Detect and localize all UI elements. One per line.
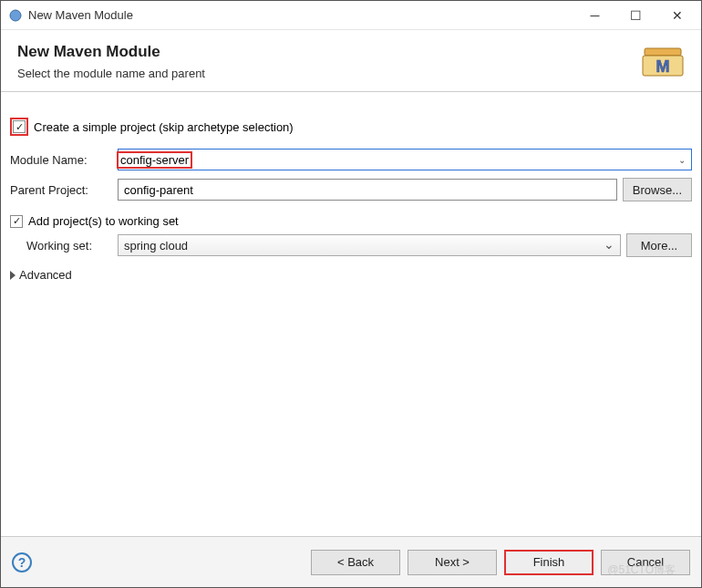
cancel-button[interactable]: Cancel xyxy=(601,550,690,575)
svg-rect-1 xyxy=(645,48,681,56)
maximize-button[interactable]: ☐ xyxy=(615,2,656,29)
more-button[interactable]: More... xyxy=(626,233,692,257)
svg-point-0 xyxy=(10,10,21,21)
browse-button[interactable]: Browse... xyxy=(623,178,692,201)
window-title: New Maven Module xyxy=(28,8,574,22)
module-name-dropdown-icon[interactable]: ⌄ xyxy=(673,149,691,170)
close-button[interactable]: ✕ xyxy=(656,2,697,29)
svg-text:M: M xyxy=(656,57,670,76)
add-working-set-label: Add project(s) to working set xyxy=(28,214,179,228)
working-set-value: spring cloud xyxy=(124,239,188,253)
back-button[interactable]: < Back xyxy=(311,550,400,575)
chevron-right-icon xyxy=(10,271,15,280)
minimize-button[interactable]: ─ xyxy=(574,2,615,29)
advanced-label: Advanced xyxy=(19,268,72,282)
wizard-header: New Maven Module Select the module name … xyxy=(1,30,701,92)
wizard-footer: ? < Back Next > Finish Cancel xyxy=(1,536,701,587)
window-controls: ─ ☐ ✕ xyxy=(574,2,697,29)
module-name-input-wrap: config-server ⌄ xyxy=(118,149,692,170)
module-name-row: Module Name: config-server ⌄ xyxy=(10,149,692,170)
next-button[interactable]: Next > xyxy=(408,550,497,575)
working-set-check-row: ✓ Add project(s) to working set xyxy=(10,214,692,228)
parent-project-label: Parent Project: xyxy=(10,183,112,197)
maven-icon: M xyxy=(641,43,685,79)
simple-project-label: Create a simple project (skip archetype … xyxy=(34,120,294,134)
page-title: New Maven Module xyxy=(17,43,630,61)
form-area: ✓ Create a simple project (skip archetyp… xyxy=(1,92,701,291)
module-name-input[interactable]: config-server xyxy=(120,153,189,167)
working-set-select[interactable]: spring cloud xyxy=(118,234,621,256)
help-icon[interactable]: ? xyxy=(12,552,32,573)
highlight-module-name: config-server xyxy=(117,151,192,169)
page-subtitle: Select the module name and parent xyxy=(17,67,630,80)
finish-button[interactable]: Finish xyxy=(504,550,594,575)
working-set-label: Working set: xyxy=(26,239,112,253)
highlight-simple-checkbox: ✓ xyxy=(10,118,28,136)
add-working-set-checkbox[interactable]: ✓ xyxy=(10,215,23,228)
module-name-label: Module Name: xyxy=(10,153,112,167)
working-set-row: Working set: spring cloud More... xyxy=(10,233,692,257)
parent-project-row: Parent Project: Browse... xyxy=(10,178,692,201)
simple-project-row: ✓ Create a simple project (skip archetyp… xyxy=(10,118,692,136)
app-icon xyxy=(8,8,23,23)
parent-project-input[interactable] xyxy=(118,179,617,201)
advanced-expander[interactable]: Advanced xyxy=(10,268,692,282)
simple-project-checkbox[interactable]: ✓ xyxy=(13,120,26,133)
window-titlebar: New Maven Module ─ ☐ ✕ xyxy=(1,1,701,30)
